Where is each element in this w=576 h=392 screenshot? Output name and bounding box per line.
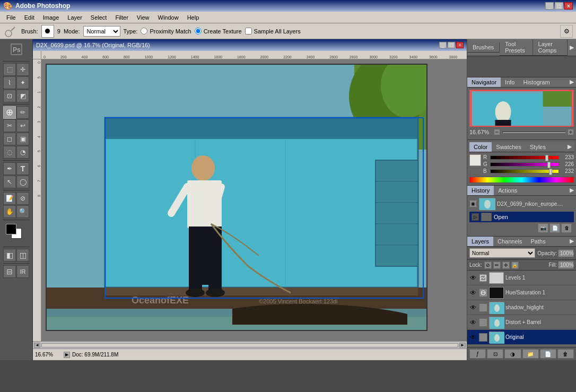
green-slider-handle[interactable] bbox=[547, 162, 551, 168]
brush-preview[interactable] bbox=[41, 25, 54, 38]
screen-mode-button[interactable]: ⊟ bbox=[3, 265, 16, 278]
gradient-tool[interactable]: ▣ bbox=[16, 133, 29, 145]
menu-item-window[interactable]: Window bbox=[154, 13, 183, 22]
menu-item-select[interactable]: Select bbox=[86, 13, 111, 22]
jump-to-image-ready[interactable]: IR bbox=[16, 265, 29, 278]
channels-tab[interactable]: Channels bbox=[493, 237, 526, 246]
info-tab[interactable]: Info bbox=[501, 77, 519, 87]
menu-item-layer[interactable]: Layer bbox=[63, 13, 86, 22]
close-button[interactable]: × bbox=[564, 2, 573, 10]
doc-close-button[interactable]: × bbox=[456, 42, 464, 48]
zoom-slider[interactable] bbox=[502, 132, 565, 133]
new-snapshot-button[interactable]: 📷 bbox=[538, 223, 548, 233]
lock-all-button[interactable]: 🔒 bbox=[511, 262, 519, 269]
layer-visibility-original[interactable]: 👁 bbox=[469, 333, 477, 342]
clone-stamp-tool[interactable]: ✂ bbox=[3, 119, 16, 132]
crop-tool[interactable]: ⊡ bbox=[3, 90, 16, 102]
path-select-tool[interactable]: ↖ bbox=[3, 176, 16, 188]
type-tool[interactable]: T bbox=[16, 162, 29, 175]
eyedropper-tool[interactable]: ⊘ bbox=[16, 192, 29, 205]
dodge-tool[interactable]: ◔ bbox=[16, 146, 29, 159]
paths-tab[interactable]: Paths bbox=[527, 237, 550, 246]
shape-tool[interactable]: ◯ bbox=[16, 176, 29, 188]
layer-comps-tab[interactable]: Layer Comps bbox=[533, 39, 568, 56]
histogram-tab[interactable]: Histogram bbox=[519, 77, 554, 87]
magic-wand-tool[interactable]: ✦ bbox=[16, 76, 29, 89]
history-tab[interactable]: History bbox=[467, 186, 494, 195]
layer-visibility-hue[interactable]: 👁 bbox=[469, 289, 477, 297]
proximity-radio[interactable]: Proximity Match bbox=[141, 28, 191, 34]
layer-visibility-shadow[interactable]: 👁 bbox=[469, 303, 477, 312]
blue-slider-handle[interactable] bbox=[549, 169, 552, 175]
new-group-button[interactable]: 📁 bbox=[522, 349, 539, 359]
layer-visibility-levels[interactable]: 👁 bbox=[469, 274, 477, 282]
layer-blend-mode[interactable]: Normal bbox=[469, 248, 535, 258]
layers-options-icon[interactable]: ▶ bbox=[568, 237, 576, 246]
styles-tab[interactable]: Styles bbox=[526, 142, 550, 152]
add-mask-button[interactable]: ⊡ bbox=[487, 349, 503, 359]
foreground-color-box[interactable] bbox=[6, 224, 16, 234]
pen-tool[interactable]: ✒ bbox=[3, 162, 16, 175]
extra-options-button[interactable]: ⚙ bbox=[560, 25, 573, 38]
horizontal-scrollbar[interactable]: ◄ ► bbox=[33, 341, 467, 349]
quick-mask-button[interactable]: ◫ bbox=[16, 249, 29, 262]
green-slider[interactable] bbox=[490, 162, 559, 167]
history-item-open[interactable]: ▷ Open bbox=[469, 212, 574, 222]
navigator-tab[interactable]: Navigator bbox=[467, 77, 501, 87]
layers-tab[interactable]: Layers bbox=[467, 237, 493, 246]
tool-presets-tab[interactable]: Tool Presets bbox=[500, 39, 533, 56]
layer-distort-barrel[interactable]: 👁 Distort + Barrel bbox=[467, 315, 576, 330]
lock-pixels-button[interactable]: ✏ bbox=[493, 262, 501, 269]
scroll-left-button[interactable]: ◄ bbox=[34, 343, 40, 348]
eraser-tool[interactable]: ◻ bbox=[3, 133, 16, 145]
menu-item-filter[interactable]: Filter bbox=[111, 13, 132, 22]
menu-item-view[interactable]: View bbox=[133, 13, 154, 22]
zoom-out-icon[interactable] bbox=[494, 129, 500, 135]
menu-item-edit[interactable]: Edit bbox=[20, 13, 39, 22]
zoom-in-icon[interactable] bbox=[568, 129, 574, 135]
fill-value[interactable]: 100% bbox=[558, 261, 574, 269]
history-options-icon[interactable]: ▶ bbox=[568, 186, 576, 195]
new-document-button[interactable]: 📄 bbox=[549, 223, 560, 233]
sample-checkbox[interactable]: Sample All Layers bbox=[245, 28, 301, 34]
notes-tool[interactable]: 📝 bbox=[3, 192, 16, 205]
zoom-tool[interactable]: 🔍 bbox=[16, 205, 29, 218]
doc-maximize-button[interactable]: □ bbox=[448, 42, 455, 48]
history-source-icon[interactable]: ◉ bbox=[469, 200, 477, 207]
actions-tab[interactable]: Actions bbox=[494, 186, 521, 195]
scroll-right-button[interactable]: ► bbox=[459, 343, 466, 348]
opacity-value[interactable]: 100% bbox=[558, 249, 574, 257]
texture-radio[interactable]: Create Texture bbox=[195, 28, 242, 34]
add-layer-style-button[interactable]: ƒ bbox=[469, 349, 486, 359]
status-arrow-button[interactable]: ▶ bbox=[64, 352, 70, 358]
brush-tool[interactable]: ✏ bbox=[16, 106, 29, 119]
swatches-tab[interactable]: Swatches bbox=[492, 142, 526, 152]
menu-item-file[interactable]: File bbox=[2, 13, 20, 22]
layer-hue-sat[interactable]: 👁 Hue/Saturation 1 bbox=[467, 285, 576, 300]
slice-tool[interactable]: ◩ bbox=[16, 90, 29, 102]
layer-original[interactable]: 👁 Original bbox=[467, 330, 576, 345]
minimize-button[interactable]: _ bbox=[545, 2, 554, 10]
menu-item-help[interactable]: Help bbox=[183, 13, 204, 22]
brushes-tab[interactable]: Brushes bbox=[467, 42, 500, 53]
lock-position-button[interactable]: ✛ bbox=[502, 262, 510, 269]
move-tool[interactable]: ✛ bbox=[16, 63, 29, 76]
lock-transparent-button[interactable]: ⊘ bbox=[484, 262, 492, 269]
new-adjustment-layer-button[interactable]: ◑ bbox=[504, 349, 521, 359]
rectangular-marquee-tool[interactable]: ⬚ bbox=[3, 63, 16, 76]
panel-options-icon[interactable]: ▶ bbox=[568, 43, 576, 52]
hand-tool[interactable]: ✋ bbox=[3, 205, 16, 218]
new-layer-button[interactable]: 📄 bbox=[540, 349, 556, 359]
doc-minimize-button[interactable]: _ bbox=[439, 42, 447, 48]
maximize-button[interactable]: □ bbox=[555, 2, 563, 10]
color-spectrum[interactable] bbox=[469, 177, 574, 183]
layer-visibility-distort[interactable]: 👁 bbox=[469, 318, 477, 327]
nav-options-icon[interactable]: ▶ bbox=[568, 77, 576, 87]
layer-levels-1[interactable]: 👁 Levels 1 bbox=[467, 271, 576, 285]
color-swatch[interactable] bbox=[469, 154, 481, 166]
color-options-icon[interactable]: ▶ bbox=[565, 142, 574, 152]
color-tab[interactable]: Color bbox=[469, 142, 492, 152]
delete-layer-button[interactable]: 🗑 bbox=[557, 349, 574, 359]
blue-slider[interactable] bbox=[490, 169, 559, 173]
mode-dropdown[interactable]: Normal Multiply Screen Overlay bbox=[83, 26, 120, 37]
